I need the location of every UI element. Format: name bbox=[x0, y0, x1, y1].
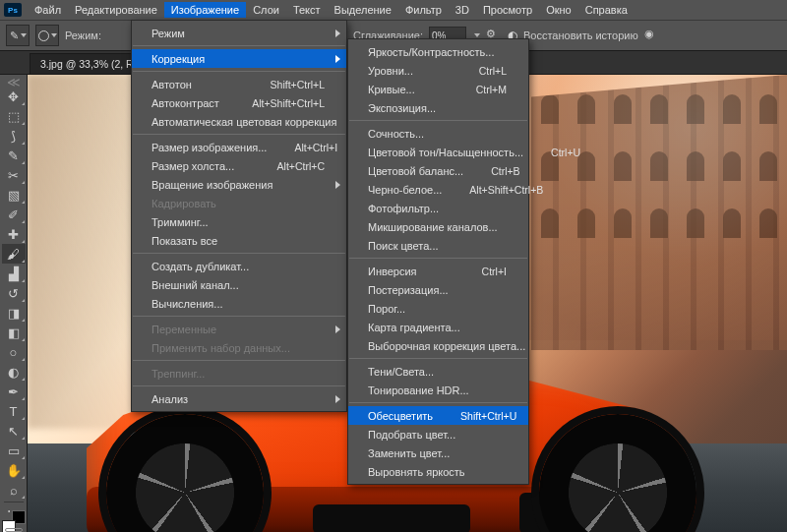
menu-correction-item[interactable]: Тонирование HDR... bbox=[348, 381, 528, 399]
menu-correction-item[interactable]: Цветовой тон/Насыщенность...Ctrl+U bbox=[348, 143, 528, 161]
mode-label: Режим: bbox=[65, 30, 101, 41]
menu-correction-item[interactable]: Порог... bbox=[348, 299, 528, 318]
menu-correction-item[interactable]: Сочность... bbox=[348, 124, 528, 143]
dodge-tool[interactable]: ◐ bbox=[2, 362, 26, 382]
brush-preset-picker[interactable] bbox=[35, 25, 59, 46]
menu-image-item[interactable]: Вычисления... bbox=[132, 294, 346, 313]
path-tool[interactable]: ↖ bbox=[2, 421, 26, 441]
type-tool[interactable]: T bbox=[2, 401, 26, 421]
menu-correction-item[interactable]: Цветовой баланс...Ctrl+B bbox=[348, 161, 528, 180]
foreground-background-swatch[interactable] bbox=[2, 520, 26, 524]
pen-tool[interactable]: ✒ bbox=[2, 382, 26, 401]
menu-image-item: Кадрировать bbox=[132, 194, 346, 212]
gradient-tool[interactable]: ◧ bbox=[2, 323, 26, 342]
menu-bar: Ps ФайлРедактированиеИзображениеСлоиТекс… bbox=[0, 0, 787, 20]
blur-tool[interactable]: ○ bbox=[2, 342, 26, 362]
menu-файл[interactable]: Файл bbox=[28, 2, 68, 18]
eraser-tool[interactable]: ◨ bbox=[2, 303, 26, 323]
history-brush-tool[interactable]: ↺ bbox=[2, 283, 26, 303]
menu-correction-item[interactable]: Выровнять яркость bbox=[348, 462, 528, 481]
menu-image-item[interactable]: Размер изображения...Alt+Ctrl+I bbox=[132, 138, 346, 156]
menu-correction-item[interactable]: Кривые...Ctrl+M bbox=[348, 80, 528, 98]
menu-текст[interactable]: Текст bbox=[286, 2, 328, 18]
menu-image-item[interactable]: Анализ bbox=[132, 389, 346, 408]
marquee-tool[interactable]: ⬚ bbox=[2, 106, 26, 126]
menu-correction-item[interactable]: ОбесцветитьShift+Ctrl+U bbox=[348, 406, 528, 425]
menu-изображение[interactable]: Изображение bbox=[164, 2, 246, 18]
frame-tool[interactable]: ▧ bbox=[2, 185, 26, 205]
menu-correction-item[interactable]: Экспозиция... bbox=[348, 98, 528, 117]
healing-tool[interactable]: ✚ bbox=[2, 224, 26, 244]
menu-справка[interactable]: Справка bbox=[578, 2, 635, 18]
menu-correction-item[interactable]: Поиск цвета... bbox=[348, 236, 528, 255]
menu-correction-item[interactable]: Выборочная коррекция цвета... bbox=[348, 336, 528, 355]
menu-image-item: Треппинг... bbox=[132, 364, 346, 383]
tablet-pressure-icon[interactable]: ◉ bbox=[644, 28, 660, 43]
menu-3d[interactable]: 3D bbox=[449, 2, 476, 18]
move-tool[interactable]: ✥ bbox=[2, 87, 26, 106]
shape-tool[interactable]: ▭ bbox=[2, 441, 26, 460]
tool-preset-picker[interactable]: ✎ bbox=[6, 25, 30, 46]
menu-image-item[interactable]: Автоматическая цветовая коррекцияShift+C… bbox=[132, 112, 346, 131]
menu-correction-item[interactable]: Подобрать цвет... bbox=[348, 425, 528, 443]
menu-редактирование[interactable]: Редактирование bbox=[68, 2, 164, 18]
lasso-tool[interactable]: ⟆ bbox=[2, 126, 26, 146]
menu-correction-item[interactable]: Микширование каналов... bbox=[348, 217, 528, 236]
eyedropper-tool[interactable]: ✐ bbox=[2, 205, 26, 224]
restore-history-label: Восстановить историю bbox=[523, 30, 638, 41]
zoom-tool[interactable]: ⌕ bbox=[2, 480, 26, 500]
menu-image-item[interactable]: Размер холста...Alt+Ctrl+C bbox=[132, 156, 346, 175]
menu-image-item[interactable]: Внешний канал... bbox=[132, 275, 346, 294]
crop-tool[interactable]: ✂ bbox=[2, 165, 26, 185]
submenu-correction-dropdown: Яркость/Контрастность...Уровни...Ctrl+LК… bbox=[347, 38, 529, 485]
menu-correction-item[interactable]: Черно-белое...Alt+Shift+Ctrl+B bbox=[348, 180, 528, 199]
menu-correction-item[interactable]: Фотофильтр... bbox=[348, 199, 528, 217]
menu-image-item[interactable]: Вращение изображения bbox=[132, 175, 346, 194]
brush-tool[interactable]: 🖌 bbox=[2, 244, 26, 264]
menu-просмотр[interactable]: Просмотр bbox=[476, 2, 539, 18]
menu-correction-item[interactable]: Заменить цвет... bbox=[348, 443, 528, 462]
menu-image-dropdown: РежимКоррекцияАвтотонShift+Ctrl+LАвтокон… bbox=[131, 20, 347, 412]
app-logo: Ps bbox=[4, 3, 22, 17]
menu-correction-item[interactable]: ИнверсияCtrl+I bbox=[348, 262, 528, 280]
menu-correction-item[interactable]: Карта градиента... bbox=[348, 318, 528, 336]
quick-mask-toggle[interactable] bbox=[5, 528, 23, 532]
menu-слои[interactable]: Слои bbox=[246, 2, 286, 18]
menu-image-item[interactable]: Показать все bbox=[132, 231, 346, 250]
collapse-handle[interactable]: ≪ bbox=[2, 77, 26, 87]
menu-image-item[interactable]: Тримминг... bbox=[132, 212, 346, 231]
quick-select-tool[interactable]: ✎ bbox=[2, 146, 26, 165]
menu-image-item: Применить набор данных... bbox=[132, 338, 346, 357]
menu-image-item: Переменные bbox=[132, 320, 346, 338]
menu-correction-item[interactable]: Тени/Света... bbox=[348, 362, 528, 381]
stamp-tool[interactable]: ▟ bbox=[2, 264, 26, 283]
menu-correction-item[interactable]: Уровни...Ctrl+L bbox=[348, 61, 528, 80]
menu-image-item[interactable]: АвтоконтрастAlt+Shift+Ctrl+L bbox=[132, 93, 346, 112]
menu-correction-item[interactable]: Яркость/Контрастность... bbox=[348, 42, 528, 61]
tool-bar: ≪ ✥⬚⟆✎✂▧✐✚🖌▟↺◨◧○◐✒T↖▭✋⌕ ⋯ bbox=[0, 75, 28, 532]
menu-выделение[interactable]: Выделение bbox=[328, 2, 398, 18]
menu-image-item[interactable]: Коррекция bbox=[132, 49, 346, 68]
menu-image-item[interactable]: АвтотонShift+Ctrl+L bbox=[132, 75, 346, 93]
menu-окно[interactable]: Окно bbox=[539, 2, 578, 18]
menu-image-item[interactable]: Создать дубликат... bbox=[132, 257, 346, 275]
hand-tool[interactable]: ✋ bbox=[2, 460, 26, 480]
menu-correction-item[interactable]: Постеризация... bbox=[348, 280, 528, 299]
menu-image-item[interactable]: Режим bbox=[132, 24, 346, 42]
menu-фильтр[interactable]: Фильтр bbox=[398, 2, 449, 18]
